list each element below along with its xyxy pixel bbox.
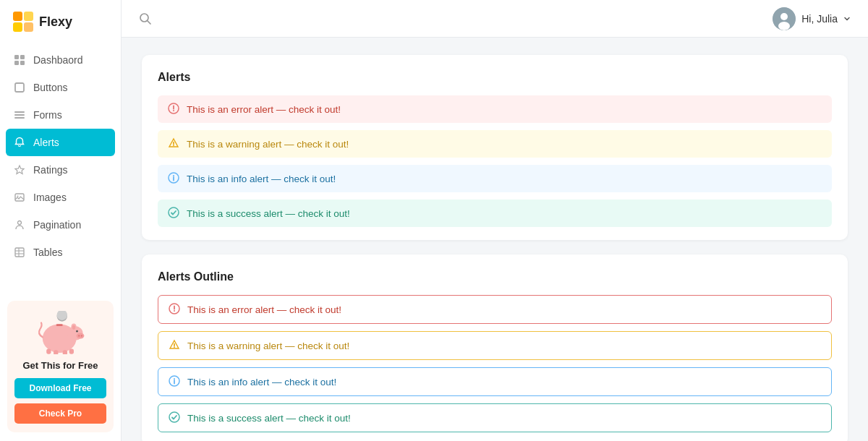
alerts-outline-list: This is an error alert — check it out! T… bbox=[158, 295, 832, 432]
svg-marker-12 bbox=[15, 166, 24, 174]
list-icon bbox=[13, 108, 26, 121]
info-outline-icon bbox=[169, 375, 180, 388]
svg-rect-5 bbox=[20, 55, 25, 59]
svg-rect-16 bbox=[15, 248, 24, 257]
success-outline-icon bbox=[169, 411, 180, 424]
success-icon bbox=[168, 207, 179, 220]
sidebar-item-images[interactable]: Images bbox=[0, 184, 121, 211]
alerts-outline-card-title: Alerts Outline bbox=[158, 270, 832, 283]
alert-error-outline-text: This is an error alert — check it out! bbox=[187, 304, 341, 315]
alert-warning-text: This is a warning alert — check it out! bbox=[187, 139, 349, 150]
check-pro-button[interactable]: Check Pro bbox=[14, 403, 106, 424]
sidebar-item-pagination[interactable]: Pagination bbox=[0, 211, 121, 239]
svg-rect-10 bbox=[14, 114, 25, 116]
alerts-card: Alerts This is an error alert — check it… bbox=[142, 55, 848, 240]
alerts-list: This is an error alert — check it out! T… bbox=[158, 95, 832, 227]
svg-rect-34 bbox=[56, 324, 62, 326]
piggy-bank-icon bbox=[35, 311, 87, 354]
svg-point-51 bbox=[174, 310, 175, 312]
alert-error-text: This is an error alert — check it out! bbox=[187, 104, 341, 115]
alert-info-outline: This is an info alert — check it out! bbox=[158, 367, 832, 396]
svg-rect-6 bbox=[14, 61, 19, 65]
sidebar-item-buttons[interactable]: Buttons bbox=[0, 74, 121, 101]
alert-info-outline-text: This is an info alert — check it out! bbox=[187, 377, 336, 388]
svg-rect-4 bbox=[14, 55, 19, 59]
sidebar-item-buttons-label: Buttons bbox=[33, 82, 67, 93]
alert-success-text: This is a success alert — check it out! bbox=[187, 208, 350, 219]
error-icon bbox=[168, 103, 179, 116]
sidebar-item-alerts-label: Alerts bbox=[33, 137, 59, 148]
svg-rect-31 bbox=[54, 350, 58, 354]
alert-info-text: This is an info alert — check it out! bbox=[187, 174, 336, 184]
sidebar-item-dashboard[interactable]: Dashbaord bbox=[0, 46, 121, 74]
star-icon bbox=[13, 163, 26, 176]
person-icon bbox=[13, 218, 26, 231]
user-greeting: Hi, Julia bbox=[801, 13, 838, 25]
user-menu[interactable]: Hi, Julia bbox=[773, 7, 851, 30]
sidebar-item-forms[interactable]: Forms bbox=[0, 101, 121, 129]
alerts-card-title: Alerts bbox=[158, 71, 832, 84]
alert-warning-outline-text: This is a warning alert — check it out! bbox=[187, 341, 349, 351]
alerts-outline-card: Alerts Outline This is an error alert — … bbox=[142, 254, 848, 441]
download-free-button[interactable]: Download Free bbox=[14, 378, 106, 398]
sidebar-item-tables[interactable]: Tables bbox=[0, 239, 121, 266]
app-logo: Flexy bbox=[0, 0, 121, 43]
image-icon bbox=[13, 191, 26, 204]
svg-rect-33 bbox=[69, 349, 73, 354]
promo-box: Get This for Free Download Free Check Pr… bbox=[7, 301, 114, 432]
svg-point-25 bbox=[78, 335, 80, 336]
logo-icon bbox=[13, 12, 33, 32]
svg-point-57 bbox=[169, 412, 179, 422]
svg-rect-3 bbox=[24, 22, 33, 32]
alert-success-outline-text: This is a success alert — check it out! bbox=[187, 413, 351, 424]
alert-warning: This is a warning alert — check it out! bbox=[158, 130, 832, 158]
search-button[interactable] bbox=[139, 12, 152, 25]
content-area: Alerts This is an error alert — check it… bbox=[122, 38, 868, 441]
square-icon bbox=[13, 81, 26, 94]
info-icon bbox=[168, 172, 179, 185]
promo-title: Get This for Free bbox=[22, 360, 98, 371]
svg-point-44 bbox=[173, 145, 174, 146]
warning-outline-icon bbox=[169, 339, 180, 352]
svg-point-56 bbox=[174, 378, 175, 380]
bell-icon bbox=[13, 136, 26, 149]
sidebar-item-images-label: Images bbox=[33, 192, 67, 203]
table-icon bbox=[13, 246, 26, 259]
sidebar-item-dashboard-label: Dashbaord bbox=[33, 54, 83, 66]
error-outline-icon bbox=[169, 303, 180, 316]
svg-rect-1 bbox=[24, 12, 33, 21]
svg-point-39 bbox=[778, 22, 790, 30]
svg-point-26 bbox=[80, 335, 82, 336]
sidebar-item-alerts[interactable]: Alerts bbox=[6, 129, 115, 156]
svg-rect-30 bbox=[46, 349, 51, 354]
sidebar: Flexy Dashbaord Buttons Forms Alerts bbox=[0, 0, 122, 441]
main-area: Hi, Julia Alerts This is an error alert … bbox=[122, 0, 868, 441]
alert-info: This is an info alert — check it out! bbox=[158, 165, 832, 192]
svg-rect-32 bbox=[62, 350, 67, 354]
svg-point-47 bbox=[173, 175, 174, 176]
alert-error: This is an error alert — check it out! bbox=[158, 95, 832, 123]
avatar bbox=[773, 7, 796, 30]
topbar: Hi, Julia bbox=[122, 0, 868, 38]
svg-point-38 bbox=[780, 13, 788, 20]
svg-point-14 bbox=[17, 196, 19, 197]
svg-point-29 bbox=[72, 325, 75, 330]
warning-icon bbox=[168, 137, 179, 150]
sidebar-item-ratings[interactable]: Ratings bbox=[0, 156, 121, 184]
sidebar-item-ratings-label: Ratings bbox=[33, 164, 67, 176]
alert-success-outline: This is a success alert — check it out! bbox=[158, 403, 832, 432]
svg-point-24 bbox=[76, 333, 84, 338]
svg-rect-9 bbox=[14, 111, 25, 113]
svg-point-27 bbox=[76, 330, 78, 333]
svg-rect-8 bbox=[15, 83, 24, 92]
alert-error-outline: This is an error alert — check it out! bbox=[158, 295, 832, 324]
svg-point-53 bbox=[174, 346, 175, 348]
alert-warning-outline: This is a warning alert — check it out! bbox=[158, 331, 832, 360]
svg-rect-7 bbox=[20, 61, 25, 65]
svg-rect-0 bbox=[13, 12, 22, 21]
svg-rect-2 bbox=[13, 22, 22, 32]
sidebar-nav: Dashbaord Buttons Forms Alerts Ratings bbox=[0, 43, 121, 294]
svg-point-15 bbox=[18, 221, 22, 225]
svg-point-48 bbox=[169, 207, 179, 218]
grid-icon bbox=[13, 53, 26, 67]
